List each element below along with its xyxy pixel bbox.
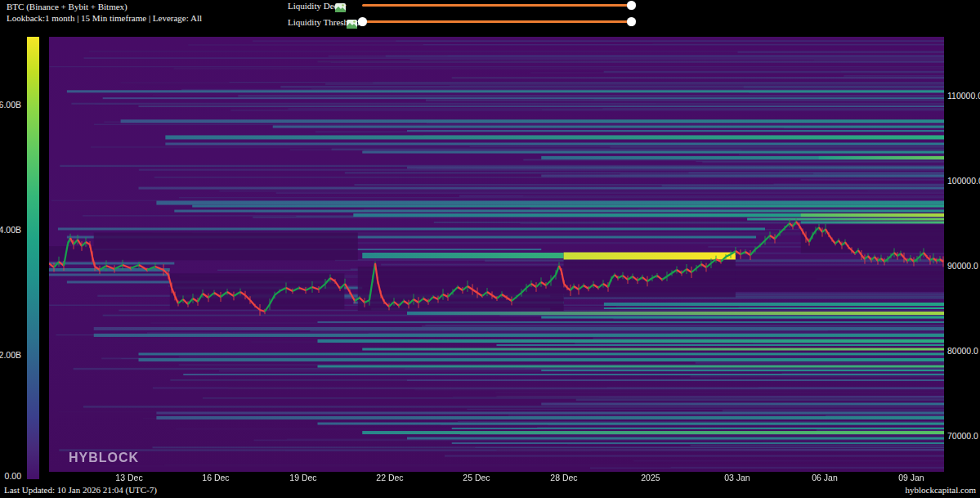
date-tick-label: 03 Jan [724, 473, 750, 482]
price-tick-label: 100000.0 [947, 176, 980, 186]
date-tick-label: 25 Dec [463, 473, 490, 482]
date-tick-label: 09 Jan [898, 473, 924, 482]
image-icon[interactable] [335, 1, 346, 10]
date-tick-label: 16 Dec [202, 473, 229, 482]
price-tick-label: 110000.0 [947, 91, 980, 101]
last-updated-text: Last Updated: 10 Jan 2026 21:04 (UTC-7) [4, 485, 157, 495]
heatmap-chart-area: HYBLOCK [49, 37, 944, 472]
image-icon[interactable] [347, 17, 357, 26]
date-tick-label: 19 Dec [289, 473, 316, 482]
date-tick-label: 2025 [641, 473, 660, 482]
site-link[interactable]: hyblockcapital.com [906, 485, 976, 495]
liquidity-decay-slider[interactable] [362, 4, 631, 7]
hyblock-liquidation-heatmap-app: BTC (Binance + Bybit + Bitmex) Lookback:… [0, 0, 980, 498]
hyblock-watermark: HYBLOCK [69, 451, 139, 465]
date-tick-label: 28 Dec [550, 473, 577, 482]
date-tick-label: 13 Dec [115, 473, 142, 482]
liquidity-threshold-high-handle[interactable] [627, 17, 636, 26]
date-tick-label: 22 Dec [376, 473, 403, 482]
price-tick-label: 80000.0 [947, 346, 978, 356]
liquidity-threshold-low-handle[interactable] [358, 17, 367, 26]
page-subtitle: Lookback:1 month | 15 Min timeframe | Le… [7, 13, 202, 24]
liquidation-heatmap-canvas[interactable] [49, 37, 944, 472]
price-tick-label: 70000.0 [947, 431, 978, 441]
page-title: BTC (Binance + Bybit + Bitmex) [7, 2, 128, 12]
liquidity-threshold-slider[interactable] [362, 20, 631, 23]
liquidity-colorbar [27, 37, 39, 479]
date-tick-label: 06 Jan [812, 473, 838, 482]
price-tick-label: 90000.0 [947, 261, 978, 271]
liquidity-decay-handle[interactable] [627, 1, 636, 10]
